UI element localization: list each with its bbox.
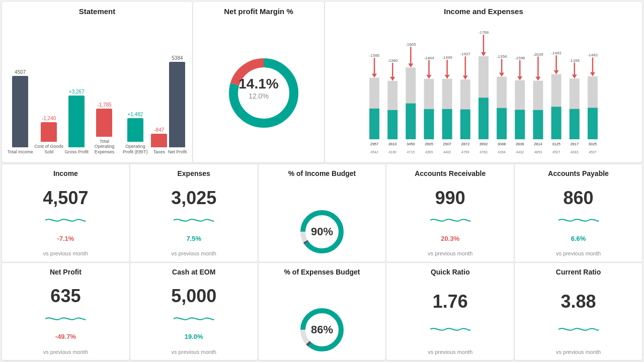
- svg-marker-84: [572, 74, 577, 78]
- bar-group-total-income: 4507Total Income: [8, 39, 33, 155]
- kpi-pct-expenses: 7.5%: [186, 235, 201, 242]
- svg-text:-1464: -1464: [424, 56, 434, 60]
- kpi-card-expenses: Expenses3,0257.5%vs previous month: [130, 164, 258, 262]
- bar-label-bottom-cogs: Cost of Goods Sold: [34, 144, 64, 155]
- npm-sub-value: 12.0%: [238, 92, 278, 100]
- kpi-donut-value-expenses-budget: 86%: [311, 323, 333, 336]
- svg-text:4432: 4432: [516, 150, 524, 154]
- svg-text:2872: 2872: [461, 142, 470, 146]
- kpi-column-2: % of Income Budget 90% % of Expenses Bud…: [259, 164, 386, 360]
- iae-title: Income and Expenses: [444, 7, 523, 16]
- svg-rect-82: [570, 109, 580, 139]
- npm-panel: Net profit Margin % 14.1% 12.0%: [193, 2, 324, 162]
- svg-text:2814: 2814: [534, 142, 542, 146]
- svg-text:4369: 4369: [425, 150, 433, 154]
- kpi-pct-accounts-payable: 6.6%: [571, 235, 586, 242]
- svg-text:-1482: -1482: [551, 51, 561, 55]
- svg-text:2917: 2917: [570, 142, 579, 146]
- svg-text:4402: 4402: [443, 150, 451, 154]
- svg-text:2957: 2957: [370, 142, 379, 146]
- bar-rect-net-profit: [169, 62, 185, 147]
- svg-text:4853: 4853: [534, 150, 542, 154]
- svg-text:4507: 4507: [552, 150, 560, 154]
- svg-text:3450: 3450: [407, 142, 415, 146]
- kpi-card-income-budget: % of Income Budget 90%: [259, 164, 386, 262]
- bar-rect-gross-profit: [68, 96, 85, 147]
- statement-title: Statement: [79, 7, 116, 16]
- svg-text:4542: 4542: [370, 150, 378, 154]
- svg-rect-47: [478, 98, 489, 139]
- svg-text:3025: 3025: [589, 142, 597, 146]
- svg-text:3125: 3125: [552, 142, 560, 146]
- bar-label-top-cogs: -1,240: [42, 116, 56, 121]
- kpi-title-net-profit: Net Profit: [50, 268, 82, 278]
- svg-text:2905: 2905: [425, 142, 433, 146]
- kpi-column-3: Accounts Receivable99020.3%vs previous m…: [386, 164, 514, 360]
- svg-text:-1482: -1482: [588, 53, 598, 57]
- kpi-title-expenses-budget: % of Expenses Budget: [284, 268, 360, 278]
- npm-main-value: 14.1%: [238, 76, 278, 92]
- kpi-title-current-ratio: Current Ratio: [556, 268, 601, 278]
- bar-label-bottom-total-op-exp: Total Operating Expenses: [89, 139, 119, 155]
- svg-text:-2039: -2039: [533, 52, 543, 57]
- svg-text:4760: 4760: [479, 150, 488, 154]
- bar-label-top-net-profit: 5384: [172, 55, 183, 61]
- iae-chart: -158529574542-138028104190-166534504715-…: [330, 19, 637, 154]
- kpi-card-expenses-budget: % of Expenses Budget 86%: [259, 263, 386, 360]
- svg-text:-1665: -1665: [406, 42, 416, 47]
- kpi-column-4: Accounts Payable8606.6%vs previous month…: [515, 164, 642, 360]
- svg-marker-91: [590, 72, 595, 76]
- svg-text:2810: 2810: [388, 142, 397, 146]
- svg-marker-63: [517, 76, 522, 80]
- svg-text:4715: 4715: [407, 150, 415, 154]
- bar-group-taxes: -847Taxes: [151, 39, 167, 155]
- svg-marker-14: [390, 77, 395, 81]
- svg-rect-5: [369, 109, 379, 139]
- kpi-column-0: Income4,507-7.1%vs previous monthNet Pro…: [2, 164, 129, 360]
- svg-text:4507: 4507: [589, 150, 597, 154]
- kpi-value-expenses: 3,025: [171, 188, 216, 208]
- svg-text:3992: 3992: [479, 142, 488, 146]
- svg-text:2836: 2836: [516, 142, 524, 146]
- svg-rect-33: [442, 109, 452, 139]
- kpi-pct-cash-eom: 19.0%: [185, 333, 203, 340]
- bar-group-net-profit: 5384Net Profit: [168, 39, 187, 155]
- kpi-wave-cash-eom: [174, 315, 214, 325]
- bar-label-bottom-taxes: Taxes: [153, 149, 166, 155]
- npm-donut: 14.1% 12.0%: [223, 53, 294, 123]
- kpi-value-net-profit: 635: [50, 286, 80, 306]
- svg-marker-70: [535, 77, 540, 81]
- kpi-title-income: Income: [53, 169, 78, 179]
- kpi-card-accounts-payable: Accounts Payable8606.6%vs previous month: [515, 164, 642, 262]
- svg-text:-1380: -1380: [387, 58, 398, 63]
- kpi-title-accounts-receivable: Accounts Receivable: [415, 169, 486, 179]
- kpi-value-accounts-receivable: 990: [435, 188, 465, 208]
- svg-rect-26: [424, 109, 434, 139]
- svg-marker-49: [481, 52, 486, 56]
- svg-marker-28: [427, 75, 432, 79]
- kpi-vs-accounts-payable: vs previous month: [556, 250, 601, 256]
- kpi-title-accounts-payable: Accounts Payable: [548, 169, 609, 179]
- bar-rect-cogs: [41, 122, 57, 142]
- kpi-value-income: 4,507: [43, 188, 88, 208]
- kpi-vs-current-ratio: vs previous month: [556, 349, 601, 355]
- bar-group-cogs: -1,240Cost of Goods Sold: [34, 39, 64, 155]
- kpi-value-quick-ratio: 1.76: [433, 292, 468, 312]
- bar-label-top-op-profit: +1,482: [127, 112, 143, 117]
- svg-text:4364: 4364: [498, 150, 506, 154]
- kpi-card-cash-eom: Cash at EOM5,00019.0%vs previous month: [130, 263, 258, 360]
- bar-group-gross-profit: +3,267Gross Profit: [65, 39, 89, 155]
- bar-label-top-total-income: 4507: [15, 69, 26, 75]
- svg-text:-1596: -1596: [515, 56, 525, 60]
- kpi-title-income-budget: % of Income Budget: [288, 169, 356, 179]
- kpi-card-current-ratio: Current Ratio3.88vs previous month: [515, 263, 642, 360]
- svg-text:-1356: -1356: [497, 54, 507, 59]
- kpi-title-quick-ratio: Quick Ratio: [431, 268, 470, 278]
- kpi-vs-quick-ratio: vs previous month: [428, 349, 472, 355]
- svg-marker-21: [408, 63, 413, 67]
- svg-rect-75: [551, 107, 561, 139]
- bar-label-top-gross-profit: +3,267: [69, 89, 85, 95]
- kpi-column-1: Expenses3,0257.5%vs previous monthCash a…: [130, 164, 258, 360]
- kpi-value-current-ratio: 3.88: [561, 292, 596, 312]
- svg-text:-1768: -1768: [478, 30, 489, 35]
